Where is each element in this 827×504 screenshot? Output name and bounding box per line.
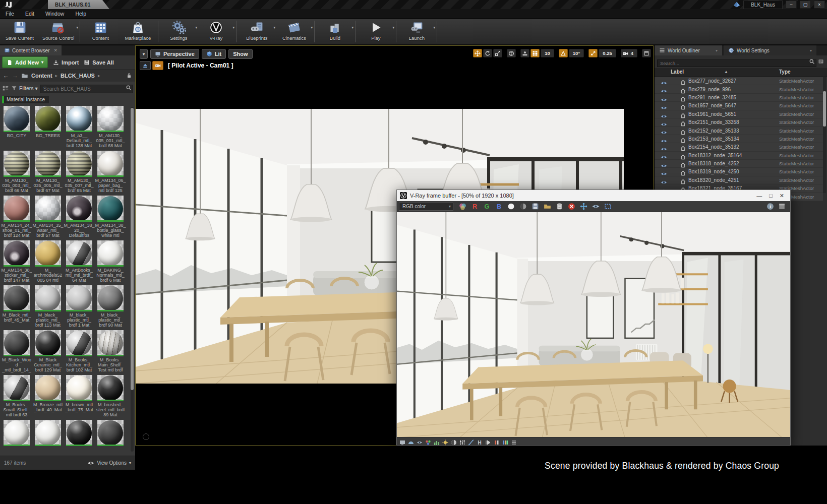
outliner-row[interactable]: Box18312_node_35164StaticMeshActor [655,152,823,160]
outliner-row[interactable]: Box18319_node_4250StaticMeshActor [655,168,823,176]
tab-close-icon[interactable]: ✕ [53,48,57,53]
lit-mode-button[interactable]: Lit [202,49,226,59]
material-asset-tile[interactable] [64,420,94,454]
dropdown-caret-icon[interactable]: ▾ [311,25,313,30]
menu-edit[interactable]: Edit [20,11,40,17]
scale-snap-value[interactable]: 0.25 [599,49,616,57]
toolbar-settings-button[interactable]: ▾Settings [160,19,197,44]
channel-select[interactable]: RGB color ▾ [399,203,453,211]
play-vertical-icon[interactable] [485,438,491,445]
outliner-row[interactable]: Box18320_node_4251StaticMeshActor [655,176,823,184]
asset-scrollbar[interactable] [131,107,134,452]
material-asset-tile[interactable]: M_Books_ Kitchen_mtl_ brdf 102 Mat [64,330,94,375]
vfb-close-button[interactable]: ✕ [780,190,784,201]
breadcrumb-folder[interactable]: BLCK_HAUS [61,73,95,79]
material-asset-tile[interactable]: M_black_ plastic_mtl_ brdf 90 Mat [95,285,126,330]
isolate-select-button[interactable] [592,202,600,211]
toolbar-cinematics-button[interactable]: ▾Cinematics [275,19,313,44]
material-asset-tile[interactable]: BG_TREES [33,106,63,151]
green-channel-button[interactable]: G [483,202,491,211]
material-instance-filter-chip[interactable]: Material Instance [2,96,49,103]
visibility-eye-icon[interactable] [661,161,667,166]
sort-ascending-icon[interactable]: ▲ [724,70,728,74]
outliner-row[interactable]: Box18318_node_4252StaticMeshActor [655,160,823,168]
vfb-minimize-button[interactable]: — [756,190,762,201]
toolbar-source-control-button[interactable]: ▾Source Control [38,19,78,44]
dome-icon[interactable] [408,438,414,445]
perspective-button[interactable]: Perspective [150,49,199,59]
outliner-row[interactable]: Box277_node_32627StaticMeshActor [655,77,823,85]
camera-speed-button[interactable]: 4 [621,49,637,57]
outliner-scrollbar[interactable] [823,77,826,193]
visibility-eye-icon[interactable] [661,136,667,141]
outliner-row[interactable]: Box2154_node_35132StaticMeshActor [655,143,823,151]
toolbar-marketplace-button[interactable]: Marketplace [119,19,156,44]
blue-channel-button[interactable]: B [495,202,503,211]
copy-image-button[interactable] [555,202,564,211]
info-button[interactable]: i [766,202,775,211]
type-column-header[interactable]: Type [779,69,791,75]
menu-window[interactable]: Window [40,11,70,17]
open-image-button[interactable] [543,202,552,211]
visibility-eye-icon[interactable] [661,79,667,84]
pause-icon[interactable] [494,438,500,445]
visibility-eye-icon[interactable] [661,153,667,158]
red-channel-button[interactable]: R [470,202,479,211]
outliner-row[interactable]: Box291_node_32485StaticMeshActor [655,94,823,102]
alpha-channel-button[interactable] [507,202,515,211]
dropdown-caret-icon[interactable]: ▾ [433,25,435,30]
palette-icon[interactable] [425,438,431,445]
material-asset-tile[interactable]: M_brown_mtl _brdf_75_Mat [64,375,94,420]
visibility-eye-icon[interactable] [661,95,667,100]
outliner-search-input[interactable] [657,59,816,67]
save-image-button[interactable] [531,202,540,211]
toolbar-v-ray-button[interactable]: ▾V-Ray [197,19,234,44]
import-button[interactable]: Import [53,59,79,66]
back-arrow-icon[interactable]: ← [3,72,9,79]
asset-search-input[interactable] [40,85,133,93]
toolbar-save-current-button[interactable]: Save Current [1,19,38,44]
dropdown-caret-icon[interactable]: ▾ [232,25,234,30]
material-asset-tile[interactable]: M_AM130_ 035_001_mtl_ brdf 68 Mat [95,106,126,151]
histogram-icon[interactable] [434,438,440,445]
visibility-eye-icon[interactable] [661,169,667,174]
levels-icon[interactable] [459,438,465,445]
material-asset-tile[interactable]: M_Books_ Main_Shelf_ Test mtl brdf [95,330,126,375]
material-asset-tile[interactable]: M_AM130_ 035_003_mtl_ brdf 66 Mat [2,151,32,196]
dropdown-caret-icon[interactable]: ▾ [392,25,394,30]
outliner-row[interactable]: Box2153_node_35134StaticMeshActor [655,135,823,143]
save-all-button[interactable]: Save All [84,59,113,66]
visibility-eye-icon[interactable] [661,128,667,133]
toolbar-blueprints-button[interactable]: ▾Blueprints [238,19,275,44]
curve-icon[interactable] [468,438,474,445]
toolbar-play-button[interactable]: ▾Play [357,19,394,44]
material-asset-tile[interactable]: M_ archmodels52 005 04 mtl [33,240,63,285]
monochrome-button[interactable] [519,202,527,211]
stop-piloting-button[interactable] [140,61,151,70]
surface-snap-button[interactable] [520,49,529,57]
scale-snap-button[interactable] [588,49,598,57]
material-asset-tile[interactable]: M_Black Ceramic_mtl_ brdf 129 Mat [33,330,63,375]
pilot-camera-button[interactable] [152,61,163,70]
vfb-title-bar[interactable]: V-Ray frame buffer - [50% of 1920 x 1080… [397,190,790,201]
asset-view-icon[interactable] [2,85,9,92]
toolbar-launch-button[interactable]: ▾Launch [398,19,435,44]
material-asset-tile[interactable]: M_black_ plastic_mtl_ brdf 1 Mat [64,285,94,330]
material-asset-tile[interactable]: M_black_ plastic_mtl_ brdf 113 Mat [33,285,63,330]
translate-tool-button[interactable] [473,49,482,57]
material-asset-tile[interactable]: M_Black_Wood _mtl_brdf_14_ Mat [2,330,32,375]
material-asset-tile[interactable]: M_AM130_ 035_007_mtl_ brdf 65 Mat [64,151,94,196]
outliner-row[interactable]: Box279_node_996StaticMeshActor [655,85,823,93]
material-asset-tile[interactable]: M_Bronze_mtl _brdf_40_Mat [33,375,63,420]
material-asset-tile[interactable]: M_AM130_ 035_005_mtl_ brdf 67 Mat [33,151,63,196]
vray-frame-buffer-window[interactable]: V-Ray frame buffer - [50% of 1920 x 1080… [396,190,791,446]
material-asset-tile[interactable]: M_AM134_35_ water_mtl_ brdf 57 Mat [33,196,63,240]
viewport-help-icon[interactable] [143,433,149,440]
level-tab[interactable]: BLK_HAUS.01 [48,0,109,9]
outliner-row[interactable]: Box2152_node_35133StaticMeshActor [655,127,823,135]
maximize-viewport-button[interactable] [642,49,651,57]
material-asset-tile[interactable]: M_BAKING_ Normals_mtl_ brdf 6 Mat [95,240,126,285]
forward-arrow-icon[interactable]: → [12,72,18,79]
viewport-options-button[interactable]: ▾ [140,49,148,59]
filter-funnel-icon[interactable] [11,85,17,91]
